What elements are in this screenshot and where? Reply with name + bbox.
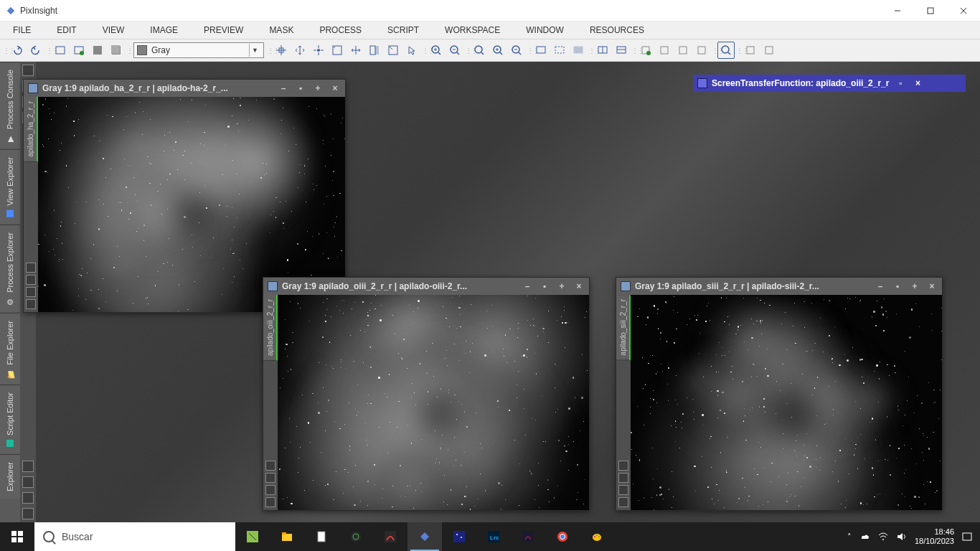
proc1-button[interactable] <box>637 42 654 59</box>
screen3-button[interactable] <box>570 42 587 59</box>
menu-window[interactable]: WINDOW <box>526 25 564 35</box>
readout-button[interactable] <box>273 42 290 59</box>
iconize-button[interactable]: ▪ <box>892 281 903 292</box>
dynamic-button[interactable] <box>385 42 402 59</box>
side-tool[interactable] <box>618 485 628 495</box>
wb2-button[interactable] <box>613 42 630 59</box>
saveas-image-button[interactable] <box>108 42 125 59</box>
start-button[interactable] <box>0 522 34 551</box>
stf-process-window[interactable]: ScreenTransferFunction: apilado_oiii_2_r… <box>693 75 966 92</box>
ext1-button[interactable] <box>742 42 759 59</box>
image-identifier-tab[interactable]: apilado_oiii_2_r_r <box>263 295 278 361</box>
menu-mask[interactable]: MASK <box>269 25 293 35</box>
dock-explorer[interactable]: Explorer <box>0 454 20 499</box>
taskbar-app-siril[interactable] <box>511 522 545 551</box>
image-window-siii[interactable]: Gray 1:9 apilado_siii_2_r_r | apilado-si… <box>616 277 943 511</box>
close-button[interactable]: × <box>329 83 341 94</box>
side-tool[interactable] <box>26 287 36 297</box>
undo-button[interactable] <box>9 42 26 59</box>
iconize-button[interactable]: ▪ <box>295 83 306 94</box>
tray-chevron-icon[interactable]: ˄ <box>847 532 852 542</box>
proc4-button[interactable] <box>693 42 710 59</box>
image-canvas[interactable] <box>278 295 589 510</box>
image-window-titlebar[interactable]: Gray 1:9 apilado_ha_2_r_r | apilado-ha-2… <box>24 80 345 97</box>
side-tool[interactable] <box>265 485 275 495</box>
menu-workspace[interactable]: WORKSPACE <box>445 25 500 35</box>
maximize-button[interactable]: + <box>312 83 324 94</box>
toolstrip-btn[interactable] <box>22 508 34 519</box>
shade-button[interactable]: – <box>875 281 886 292</box>
preview-button[interactable] <box>366 42 383 59</box>
image-canvas[interactable] <box>631 295 942 510</box>
minimize-button[interactable] <box>881 0 914 22</box>
fit-button[interactable] <box>329 42 346 59</box>
menu-process[interactable]: PROCESS <box>319 25 362 35</box>
side-tool[interactable] <box>26 263 36 273</box>
toolstrip-btn[interactable] <box>22 476 34 488</box>
side-tool[interactable] <box>265 461 275 471</box>
dock-process-explorer[interactable]: ⚙Process Explorer <box>0 225 20 313</box>
colorspace-combo[interactable]: Gray ▼ <box>133 42 264 58</box>
pan-button[interactable] <box>291 42 308 59</box>
wifi-icon[interactable] <box>877 531 889 542</box>
close-button[interactable]: × <box>912 77 923 89</box>
taskbar-clock[interactable]: 18:46 18/10/2023 <box>915 527 954 546</box>
workspace[interactable]: ▶Process Console View Explorer ⚙Process … <box>0 62 980 522</box>
toolbar-grip-icon[interactable]: ⋮⋮ <box>3 42 7 59</box>
iconize-button[interactable]: ▪ <box>539 281 550 292</box>
image-identifier-tab[interactable]: apilado_siii_2_r_r <box>616 295 631 360</box>
image-window-titlebar[interactable]: Gray 1:9 apilado_oiii_2_r_r | apilado-oi… <box>263 278 589 295</box>
search-box[interactable]: Buscar <box>34 522 235 551</box>
proc3-button[interactable] <box>674 42 692 59</box>
zoom-fit-button[interactable] <box>489 42 507 59</box>
zoom-optimal-button[interactable] <box>508 42 525 59</box>
menu-view[interactable]: VIEW <box>103 25 125 35</box>
menu-resources[interactable]: RESOURCES <box>590 25 644 35</box>
taskbar-app-lightroom[interactable]: Lrc <box>476 522 511 551</box>
taskbar-app-chrome[interactable] <box>545 522 580 551</box>
wb-button[interactable] <box>594 42 611 59</box>
menu-edit[interactable]: EDIT <box>57 25 76 35</box>
image-window-titlebar[interactable]: Gray 1:9 apilado_siii_2_r_r | apilado-si… <box>616 278 942 295</box>
menu-image[interactable]: IMAGE <box>150 25 178 35</box>
side-tool[interactable] <box>618 461 628 471</box>
shade-button[interactable]: – <box>278 83 289 94</box>
proc2-button[interactable] <box>656 42 673 59</box>
taskbar-app-fileexplorer[interactable] <box>270 522 304 551</box>
taskbar-app-notepadpp[interactable] <box>235 522 270 551</box>
zoom-1to1-button[interactable] <box>471 42 488 59</box>
taskbar-app-pixinsight[interactable] <box>407 522 442 551</box>
close-button[interactable] <box>947 0 980 22</box>
side-tool[interactable] <box>265 497 275 507</box>
dock-script-editor[interactable]: Script Editor <box>0 385 20 454</box>
taskbar-app-document[interactable] <box>304 522 339 551</box>
notifications-icon[interactable] <box>961 531 973 542</box>
new-image-button[interactable] <box>52 42 69 59</box>
side-tool[interactable] <box>26 275 36 285</box>
maximize-button[interactable]: + <box>556 281 567 292</box>
zoom-out-button[interactable] <box>446 42 463 59</box>
toolstrip-btn[interactable] <box>22 461 34 472</box>
image-window-oiii[interactable]: Gray 1:9 apilado_oiii_2_r_r | apilado-oi… <box>263 277 590 511</box>
pointer-button[interactable] <box>403 42 420 59</box>
center-button[interactable] <box>310 42 327 59</box>
ext2-button[interactable] <box>760 42 778 59</box>
toolstrip-btn[interactable] <box>22 492 34 504</box>
maximize-button[interactable]: + <box>909 281 920 292</box>
side-tool[interactable] <box>618 497 628 507</box>
menu-file[interactable]: FILE <box>13 25 31 35</box>
save-image-button[interactable] <box>89 42 106 59</box>
maximize-button[interactable]: ▫ <box>895 77 906 89</box>
maximize-button[interactable] <box>914 0 947 22</box>
taskbar-app-nina[interactable] <box>373 522 407 551</box>
taskbar-app-phd2[interactable] <box>339 522 373 551</box>
open-image-button[interactable] <box>70 42 88 59</box>
zoom-in-button[interactable] <box>428 42 445 59</box>
close-button[interactable]: × <box>926 281 938 292</box>
menu-preview[interactable]: PREVIEW <box>204 25 243 35</box>
redo-button[interactable] <box>27 42 44 59</box>
zoom-tool-button[interactable] <box>347 42 364 59</box>
screen-button[interactable] <box>532 42 550 59</box>
screen2-button[interactable] <box>551 42 568 59</box>
close-button[interactable]: × <box>573 281 585 292</box>
